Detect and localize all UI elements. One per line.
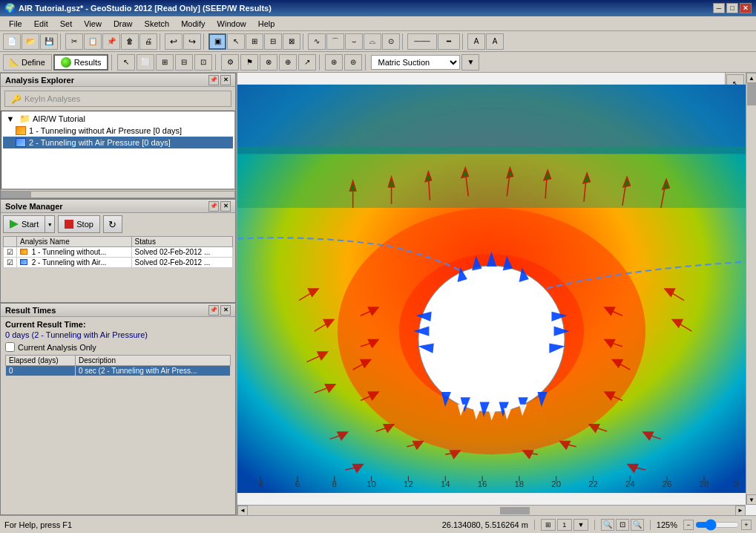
tool-a5[interactable]: ↗ [298,54,316,71]
tool-a4[interactable]: ⊕ [279,54,297,71]
tool-zoom-fit[interactable]: ⊡ [194,54,212,71]
tool-a2[interactable]: ⚑ [240,54,258,71]
results-button[interactable]: Results [53,54,109,71]
zoom-minus[interactable]: − [683,520,694,530]
result-times-pin[interactable]: 📌 [208,305,219,315]
open-button[interactable]: 📂 [22,33,39,50]
analysis-explorer-pin[interactable]: 📌 [208,75,219,85]
left-panel: Analysis Explorer 📌 ✕ 🔑 KeyIn Analyses ▼… [0,73,237,515]
scroll-track-v[interactable] [746,83,756,494]
close-button[interactable]: ✕ [740,3,752,13]
draw-tool4[interactable]: ⌓ [364,33,381,50]
line-weight[interactable]: ━ [438,33,460,50]
tool-b1[interactable]: ⊛ [325,54,343,71]
cut-button[interactable]: ✂ [65,33,83,50]
scroll-down-button[interactable]: ▼ [746,494,756,505]
tool-arrow[interactable]: ↖ [117,54,135,71]
zoom-plus[interactable]: + [741,520,752,530]
menu-set[interactable]: Set [54,19,79,29]
zoom-in-button[interactable]: 🔍 [631,519,644,531]
result-row-1[interactable]: 0 0 sec (2 - Tunneling with Air Press... [6,366,231,376]
menu-sketch[interactable]: Sketch [139,19,176,29]
matric-suction-select[interactable]: Matric Suction [371,55,460,70]
solve-row-2[interactable]: ☑ 2 - Tunneling with Air... Solved 02-Fe… [4,258,233,268]
solve-manager-pin[interactable]: 📌 [208,201,219,212]
menu-view[interactable]: View [78,19,108,29]
start-button[interactable]: Start [3,215,45,233]
current-result-label: Current Result Time: [5,320,231,329]
start-dropdown[interactable]: ▼ [45,215,55,233]
draw-tool2[interactable]: ⌒ [326,33,344,50]
zoom-slider-input[interactable] [695,520,740,530]
scroll-thumb-h[interactable] [500,507,530,514]
line-style[interactable]: ─── [407,33,437,50]
tool-a3[interactable]: ⊗ [260,54,277,71]
pointer-button[interactable]: ↖ [227,33,245,50]
draw-tool3[interactable]: ⌣ [345,33,363,50]
solve-manager-close[interactable]: ✕ [220,201,231,212]
draw-tool5[interactable]: ⊙ [382,33,400,50]
check1[interactable]: ☑ [4,247,17,258]
analysis-hscroll[interactable] [1,191,235,198]
solve-content: Start ▼ Stop ↻ Analysis Name [1,213,235,302]
tool5[interactable]: ⊠ [283,33,300,50]
tool-a1[interactable]: ⚙ [221,54,239,71]
check2[interactable]: ☑ [4,258,17,268]
menu-edit[interactable]: Edit [28,19,54,29]
new-button[interactable]: 📄 [3,33,21,50]
refresh-button[interactable]: ↻ [103,215,122,233]
menu-window[interactable]: Window [211,19,252,29]
tool-zoom-region[interactable]: ⬜ [137,54,154,71]
grid-controls: ⊞ 1 ▼ [541,519,588,531]
menu-modify[interactable]: Modify [175,19,211,29]
text-tool2[interactable]: A [486,33,504,50]
scroll-up-button[interactable]: ▲ [746,73,756,83]
current-result-value: 0 days (2 - Tunneling with Air Pressure) [5,330,231,339]
print-button[interactable]: 🖨 [139,33,157,50]
redo-button[interactable]: ↪ [183,33,201,50]
zoom-out-button[interactable]: 🔍 [601,519,614,531]
grid-btn1[interactable]: ⊞ [541,519,556,531]
tree-root[interactable]: ▼ 📁 AIR/W Tutorial [3,113,233,125]
tool4[interactable]: ⊟ [264,33,282,50]
grid-btn2[interactable]: 1 [557,519,572,531]
tree-item-2[interactable]: 2 - Tunneling with Air Pressure [0 days] [3,137,233,148]
horizontal-scrollbar[interactable]: ◄ ► [237,505,746,515]
draw-tool1[interactable]: ∿ [308,33,326,50]
sep4 [303,33,306,50]
analysis-explorer-close[interactable]: ✕ [220,75,231,85]
tool-zoom-box[interactable]: ⊞ [156,54,174,71]
main-visualization[interactable]: 4 6 8 10 12 14 16 18 20 22 24 26 28 3 [237,73,746,505]
minimize-button[interactable]: ─ [713,3,725,13]
save-button[interactable]: 💾 [40,33,58,50]
maximize-button[interactable]: □ [726,3,738,13]
scroll-thumb-v[interactable] [747,83,756,105]
menu-draw[interactable]: Draw [108,19,139,29]
tool3[interactable]: ⊞ [246,33,263,50]
grid-btn3[interactable]: ▼ [573,519,588,531]
menu-help[interactable]: Help [252,19,281,29]
scroll-left-button[interactable]: ◄ [237,506,248,516]
select-button[interactable]: ▣ [208,33,226,50]
paste-button[interactable]: 📌 [102,33,120,50]
scroll-right-button[interactable]: ► [735,506,746,516]
vertical-scrollbar[interactable]: ▲ ▼ [746,73,756,505]
stop-button[interactable]: Stop [58,215,100,233]
folder-icon: 📁 [19,114,30,124]
keyin-analyses-button[interactable]: 🔑 KeyIn Analyses [4,91,231,107]
text-tool1[interactable]: A [467,33,485,50]
tool-b2[interactable]: ⊜ [344,54,362,71]
matric-dropdown[interactable]: ▼ [461,54,479,71]
solve-row-1[interactable]: ☑ 1 - Tunneling without... Solved 02-Feb… [4,247,233,258]
zoom-fit-button[interactable]: ⊡ [616,519,629,531]
menu-file[interactable]: File [3,19,28,29]
result-times-close[interactable]: ✕ [220,305,231,315]
scroll-track-h[interactable] [248,506,735,515]
tree-item-1[interactable]: 1 - Tunneling without Air Pressure [0 da… [3,125,233,137]
current-analysis-checkbox[interactable] [5,342,15,352]
tool-region[interactable]: ⊟ [175,54,193,71]
copy-button[interactable]: 📋 [84,33,102,50]
undo-button[interactable]: ↩ [165,33,183,50]
delete-button[interactable]: 🗑 [121,33,139,50]
define-button[interactable]: 📐 Define [3,54,52,71]
